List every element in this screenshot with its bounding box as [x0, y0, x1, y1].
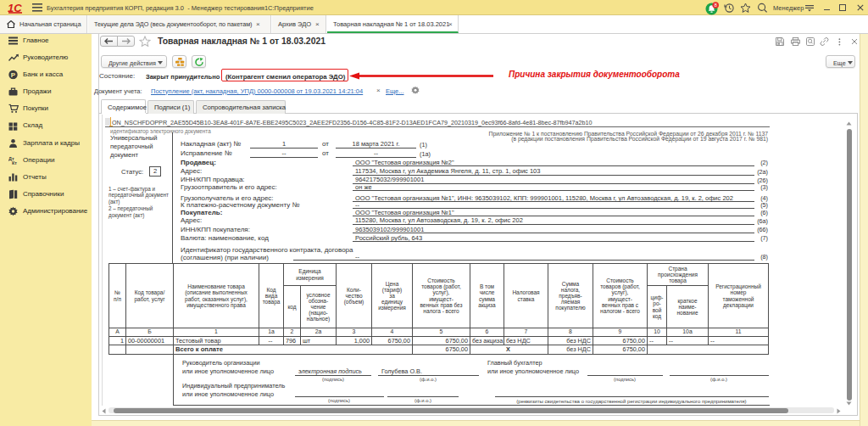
svg-text:1С: 1С [8, 3, 22, 14]
svg-text:Кт: Кт [12, 160, 17, 165]
svg-text:Р: Р [11, 71, 16, 79]
